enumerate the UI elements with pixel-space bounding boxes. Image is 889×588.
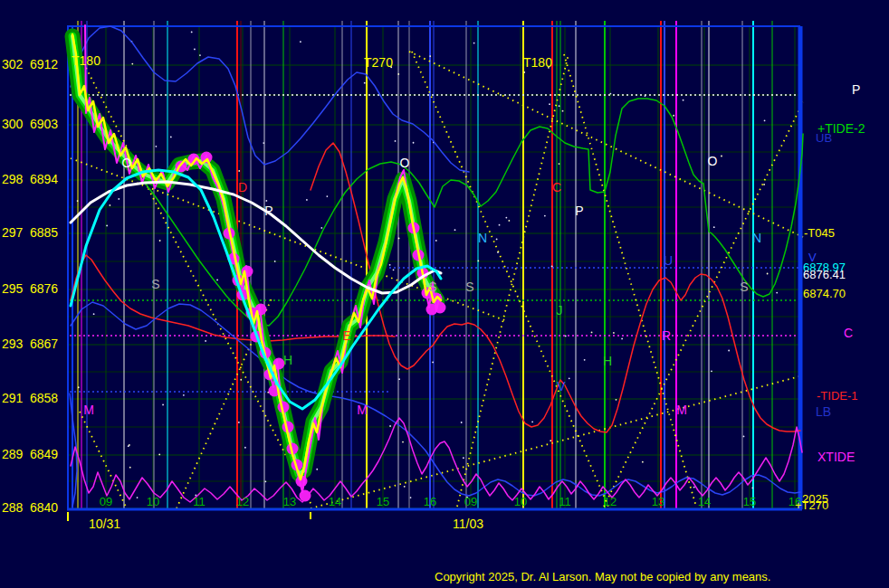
speckle-dot — [496, 238, 498, 240]
speckle-dot — [559, 163, 560, 165]
hour-label: 15 — [743, 495, 756, 508]
speckle-dot — [523, 71, 525, 73]
side-label: 6876.41 — [803, 268, 846, 281]
price-label-cash: 300 — [2, 117, 24, 131]
speckle-dot — [326, 195, 328, 197]
hour-label: 12 — [236, 495, 249, 508]
speckle-dot — [743, 436, 745, 438]
speckle-dot — [199, 54, 201, 56]
speckle-dot — [562, 110, 564, 112]
speckle-dot — [550, 440, 551, 441]
speckle-dot — [316, 469, 318, 470]
chaos-trader-chart-page: S&P E-Mini Dr. Al Larson's Chaos Trader … — [0, 0, 889, 588]
speckle-dot — [764, 119, 766, 121]
side-label: +T270 — [795, 498, 828, 512]
price-label-cash: 302 — [2, 57, 24, 71]
hour-label: 13 — [652, 495, 664, 508]
speckle-dot — [454, 229, 456, 231]
planet-letter: O — [122, 156, 132, 170]
speckle-dot — [432, 362, 434, 364]
speckle-dot — [613, 332, 615, 334]
planet-letter: T180 — [72, 53, 100, 68]
speckle-dot — [461, 422, 463, 423]
speckle-dot — [776, 292, 778, 294]
planet-letter: E — [342, 328, 350, 343]
speckle-dot — [728, 350, 730, 352]
speckle-dot — [621, 338, 623, 340]
price-label-cash: 297 — [2, 225, 24, 240]
price-label-emini: 6876 — [30, 281, 58, 296]
speckle-dot — [129, 467, 131, 469]
side-label: -T045 — [804, 226, 835, 240]
speckle-dot — [244, 447, 246, 449]
speckle-dot — [751, 487, 753, 488]
speckle-dot — [205, 340, 206, 342]
price-label-emini: 6894 — [30, 172, 58, 186]
planet-letter: T270 — [364, 55, 393, 70]
price-label-emini: 6903 — [30, 117, 58, 131]
hour-label: 12 — [604, 495, 617, 508]
price-label-cash: 288 — [2, 500, 24, 515]
hour-label: 10 — [514, 495, 527, 508]
speckle-dot — [497, 251, 499, 253]
speckle-dot — [389, 264, 391, 266]
speckle-dot — [395, 140, 397, 142]
price-label-cash: 293 — [2, 337, 24, 351]
speckle-dot — [194, 49, 196, 51]
planet-letter: H — [603, 354, 612, 368]
speckle-dot — [137, 497, 139, 498]
speckle-dot — [683, 100, 684, 101]
price-label-emini: 6858 — [30, 391, 58, 405]
planet-letter: M — [676, 403, 687, 417]
planet-letter: R — [662, 328, 671, 343]
speckle-dot — [265, 200, 267, 202]
speckle-dot — [616, 399, 617, 401]
side-label: 6874.70 — [803, 287, 846, 300]
price-label-cash: 295 — [2, 281, 24, 296]
speckle-dot — [364, 82, 366, 84]
speckle-dot — [170, 137, 172, 138]
speckle-dot — [404, 486, 406, 488]
planet-letter: M — [83, 403, 94, 417]
planet-letter: S — [428, 280, 436, 294]
planet-letter: P — [575, 204, 583, 218]
planet-letter: T180 — [523, 55, 552, 70]
planet-letter: D — [238, 180, 247, 194]
speckle-dot — [306, 199, 308, 201]
speckle-dot — [155, 146, 157, 147]
price-label-cash: 289 — [2, 447, 24, 461]
speckle-dot — [505, 217, 507, 219]
speckle-dot — [397, 73, 399, 75]
date-label: 11/03 — [453, 517, 483, 531]
hour-label: 13 — [283, 495, 296, 508]
speckle-dot — [263, 142, 264, 144]
price-dot — [300, 490, 311, 502]
speckle-dot — [78, 386, 80, 388]
speckle-dot — [435, 240, 437, 242]
chart-canvas: T180T270T180OOOPPDCENNSSSSJHHMMMVUR30269… — [0, 0, 889, 588]
speckle-dot — [693, 487, 695, 488]
speckle-dot — [463, 457, 464, 459]
side-label: P — [852, 82, 860, 97]
speckle-dot — [398, 378, 400, 380]
speckle-dot — [565, 335, 567, 337]
speckle-dot — [551, 265, 553, 267]
hour-label: 10 — [147, 495, 159, 508]
speckle-dot — [763, 184, 765, 185]
planet-letter: S — [740, 280, 748, 294]
hour-label: 14 — [698, 495, 711, 508]
speckle-dot — [191, 32, 193, 33]
planet-letter: S — [465, 280, 473, 294]
hour-label: 15 — [377, 495, 389, 508]
speckle-dot — [473, 43, 475, 44]
speckle-dot — [131, 63, 133, 65]
speckle-dot — [713, 226, 715, 228]
planet-letter: C — [552, 180, 561, 194]
planet-letter: N — [478, 231, 487, 245]
planet-letter: N — [752, 231, 761, 245]
side-label: UB — [816, 131, 832, 145]
speckle-dot — [118, 198, 119, 200]
planet-letter: M — [357, 403, 368, 417]
speckle-dot — [645, 95, 646, 97]
speckle-dot — [216, 280, 218, 281]
